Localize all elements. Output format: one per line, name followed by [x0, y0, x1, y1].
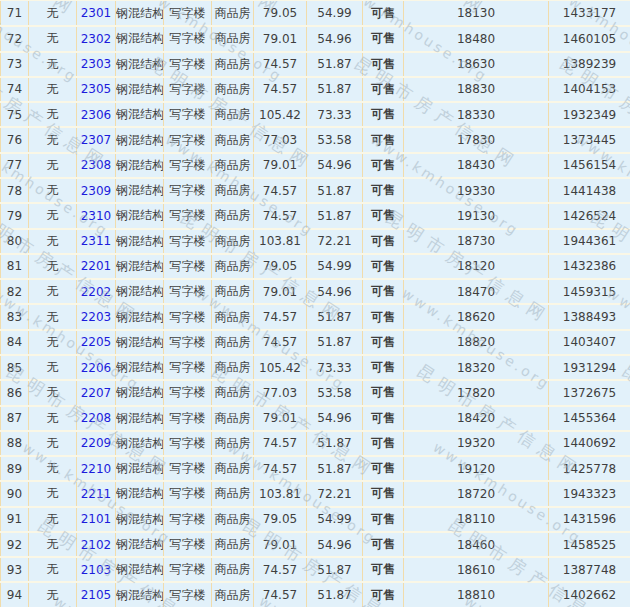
cell-total-price: 1403407 — [549, 330, 630, 355]
cell-mortgage-status: 无 — [29, 304, 77, 329]
cell-mortgage-status: 无 — [29, 431, 77, 456]
room-number-link[interactable]: 2208 — [81, 411, 112, 425]
cell-build-area: 74.57 — [254, 557, 307, 582]
room-number-link[interactable]: 2310 — [81, 209, 112, 223]
cell-unit-price: 18470 — [404, 279, 549, 304]
cell-building-use: 写字楼 — [164, 254, 212, 279]
cell-row-number: 90 — [1, 481, 29, 506]
cell-building-use: 写字楼 — [164, 304, 212, 329]
cell-room-number: 2207 — [77, 380, 116, 405]
cell-build-area: 79.05 — [254, 1, 307, 26]
cell-inner-area: 51.87 — [307, 431, 363, 456]
cell-inner-area: 51.87 — [307, 178, 363, 203]
cell-sale-status: 可售 — [363, 507, 404, 532]
room-number-link[interactable]: 2201 — [81, 259, 112, 273]
cell-mortgage-status: 无 — [29, 456, 77, 481]
room-number-link[interactable]: 2307 — [81, 133, 112, 147]
room-number-link[interactable]: 2103 — [81, 563, 112, 577]
room-number-link[interactable]: 2202 — [81, 285, 112, 299]
room-number-link[interactable]: 2105 — [81, 588, 112, 602]
cell-total-price: 1440692 — [549, 431, 630, 456]
cell-unit-price: 17830 — [404, 127, 549, 152]
cell-total-price: 1425778 — [549, 456, 630, 481]
table-row: 80 无 2311 钢混结构 写字楼 商品房 103.81 72.21 可售 1… — [1, 229, 630, 254]
room-number-link[interactable]: 2305 — [81, 82, 112, 96]
room-number-link[interactable]: 2306 — [81, 108, 112, 122]
cell-row-number: 71 — [1, 1, 29, 26]
cell-sale-status: 可售 — [363, 153, 404, 178]
cell-inner-area: 51.87 — [307, 203, 363, 228]
cell-mortgage-status: 无 — [29, 77, 77, 102]
cell-building-use: 写字楼 — [164, 557, 212, 582]
cell-room-number: 2306 — [77, 102, 116, 127]
cell-room-number: 2101 — [77, 507, 116, 532]
cell-sale-status: 可售 — [363, 254, 404, 279]
cell-unit-price: 18730 — [404, 229, 549, 254]
cell-unit-price: 19120 — [404, 456, 549, 481]
cell-unit-price: 19330 — [404, 178, 549, 203]
cell-build-area: 105.42 — [254, 355, 307, 380]
room-number-link[interactable]: 2301 — [81, 6, 112, 20]
cell-building-use: 写字楼 — [164, 203, 212, 228]
cell-building-use: 写字楼 — [164, 127, 212, 152]
room-number-link[interactable]: 2101 — [81, 512, 112, 526]
cell-sale-status: 可售 — [363, 52, 404, 77]
cell-room-number: 2307 — [77, 127, 116, 152]
cell-sale-status: 可售 — [363, 481, 404, 506]
room-number-link[interactable]: 2203 — [81, 310, 112, 324]
unit-table: 71 无 2301 钢混结构 写字楼 商品房 79.05 54.99 可售 18… — [0, 1, 630, 607]
cell-mortgage-status: 无 — [29, 380, 77, 405]
cell-housing-category: 商品房 — [212, 431, 254, 456]
room-number-link[interactable]: 2209 — [81, 436, 112, 450]
cell-housing-category: 商品房 — [212, 153, 254, 178]
cell-inner-area: 73.33 — [307, 102, 363, 127]
table-row: 87 无 2208 钢混结构 写字楼 商品房 79.01 54.96 可售 18… — [1, 406, 630, 431]
cell-mortgage-status: 无 — [29, 203, 77, 228]
cell-structure: 钢混结构 — [116, 481, 164, 506]
room-number-link[interactable]: 2211 — [81, 487, 112, 501]
table-row: 77 无 2308 钢混结构 写字楼 商品房 79.01 54.96 可售 18… — [1, 153, 630, 178]
cell-unit-price: 18330 — [404, 102, 549, 127]
cell-room-number: 2105 — [77, 582, 116, 607]
table-row: 90 无 2211 钢混结构 写字楼 商品房 103.81 72.21 可售 1… — [1, 481, 630, 506]
cell-total-price: 1441438 — [549, 178, 630, 203]
cell-building-use: 写字楼 — [164, 26, 212, 51]
room-number-link[interactable]: 2207 — [81, 386, 112, 400]
table-row: 91 无 2101 钢混结构 写字楼 商品房 79.05 54.99 可售 18… — [1, 507, 630, 532]
room-number-link[interactable]: 2210 — [81, 462, 112, 476]
cell-build-area: 74.57 — [254, 330, 307, 355]
room-number-link[interactable]: 2309 — [81, 184, 112, 198]
cell-sale-status: 可售 — [363, 102, 404, 127]
cell-building-use: 写字楼 — [164, 431, 212, 456]
cell-building-use: 写字楼 — [164, 52, 212, 77]
cell-row-number: 92 — [1, 532, 29, 557]
room-number-link[interactable]: 2205 — [81, 335, 112, 349]
cell-structure: 钢混结构 — [116, 178, 164, 203]
room-number-link[interactable]: 2311 — [81, 234, 112, 248]
room-number-link[interactable]: 2102 — [81, 538, 112, 552]
cell-housing-category: 商品房 — [212, 178, 254, 203]
cell-housing-category: 商品房 — [212, 532, 254, 557]
table-row: 86 无 2207 钢混结构 写字楼 商品房 77.03 53.58 可售 17… — [1, 380, 630, 405]
cell-unit-price: 18320 — [404, 355, 549, 380]
cell-unit-price: 18620 — [404, 304, 549, 329]
room-number-link[interactable]: 2308 — [81, 158, 112, 172]
room-number-link[interactable]: 2206 — [81, 361, 112, 375]
cell-build-area: 103.81 — [254, 481, 307, 506]
room-number-link[interactable]: 2303 — [81, 57, 112, 71]
cell-row-number: 94 — [1, 582, 29, 607]
cell-row-number: 79 — [1, 203, 29, 228]
table-row: 79 无 2310 钢混结构 写字楼 商品房 74.57 51.87 可售 19… — [1, 203, 630, 228]
cell-build-area: 77.03 — [254, 127, 307, 152]
room-number-link[interactable]: 2302 — [81, 32, 112, 46]
cell-housing-category: 商品房 — [212, 52, 254, 77]
cell-inner-area: 54.96 — [307, 406, 363, 431]
cell-row-number: 73 — [1, 52, 29, 77]
cell-inner-area: 51.87 — [307, 456, 363, 481]
cell-mortgage-status: 无 — [29, 582, 77, 607]
cell-building-use: 写字楼 — [164, 77, 212, 102]
cell-total-price: 1432386 — [549, 254, 630, 279]
cell-inner-area: 51.87 — [307, 557, 363, 582]
cell-building-use: 写字楼 — [164, 380, 212, 405]
cell-mortgage-status: 无 — [29, 153, 77, 178]
